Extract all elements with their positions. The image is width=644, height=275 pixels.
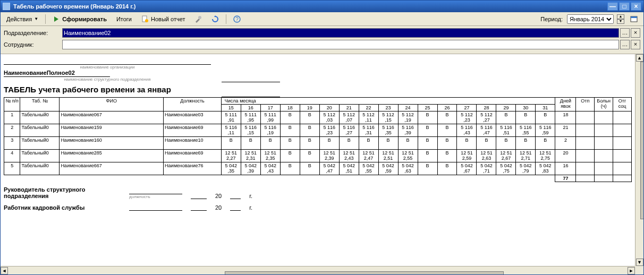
scroll-left-button[interactable]: ◄ (1, 267, 8, 274)
employee-pick-button[interactable]: … (620, 40, 630, 49)
col-sick: Больн (ч) (595, 98, 613, 111)
col-number: № п/п (4, 98, 20, 111)
day-header: 21 (339, 105, 359, 111)
day-header: 20 (319, 105, 339, 111)
filters-panel: Подразделение: … × Сотрудник: … × (1, 26, 643, 54)
org-caption: наименование организации (4, 65, 211, 70)
horizontal-scrollbar[interactable]: ◄ ► (1, 266, 635, 274)
close-button[interactable]: × (631, 2, 641, 11)
dept-caption: наименование структурного подразделения (4, 77, 211, 82)
report-viewport: наименование организации НаименованиеПол… (1, 54, 635, 266)
totals-button[interactable]: Итоги (113, 14, 135, 24)
scroll-up-button[interactable]: ▲ (636, 54, 643, 62)
table-row: 2Табельный0Наименование159Наименование69… (4, 124, 632, 137)
department-label: Подразделение: (4, 30, 62, 36)
day-header: 25 (418, 105, 437, 111)
col-vacation: Отп (576, 98, 595, 111)
col-fio: ФИО (60, 98, 164, 111)
period-calendar-button[interactable] (626, 14, 641, 24)
col-days-attended: Дней явок (555, 98, 576, 111)
day-header: 17 (260, 105, 280, 111)
employee-field[interactable] (62, 40, 619, 49)
wrench-icon (194, 15, 202, 23)
svg-point-1 (145, 19, 148, 22)
table-row: 5Табельный0Наименование667Наименование76… (4, 162, 632, 175)
table-row: 3Табельный0Наименование160Наименование10… (4, 137, 632, 150)
day-header: 19 (300, 105, 319, 111)
timesheet-table: № п/п Таб. № ФИО Должность Числа месяца … (4, 97, 632, 182)
new-report-button[interactable]: Новый отчет (138, 14, 189, 24)
svg-text:?: ? (236, 16, 239, 22)
period-label: Период: (540, 16, 565, 22)
department-pick-button[interactable]: … (620, 28, 630, 38)
signature-pos-caption: должность (129, 194, 182, 199)
col-month-days: Числа месяца (221, 98, 555, 105)
minimize-button[interactable]: — (607, 2, 618, 11)
signature-hr-label: Работник кадровой службы (4, 204, 121, 211)
day-header: 27 (457, 105, 477, 111)
toolbar: Действия ▼ Сформировать Итоги Новый отче… (1, 12, 643, 26)
actions-menu[interactable]: Действия ▼ (3, 14, 42, 24)
config-button[interactable] (191, 14, 206, 24)
period-up[interactable]: ▲ (617, 14, 624, 19)
refresh-button[interactable] (208, 14, 223, 24)
vertical-scrollbar[interactable]: ▲ ▼ (635, 54, 643, 266)
day-header: 15 (221, 105, 241, 111)
day-header: 18 (280, 105, 300, 111)
scroll-right-button[interactable]: ► (628, 267, 635, 274)
table-row: 1Табельный0Наименование067Наименование03… (4, 111, 632, 124)
play-icon (53, 15, 60, 23)
table-row: 4Табельный0Наименование285Наименование69… (4, 150, 632, 162)
new-report-icon (141, 15, 149, 23)
employee-label: Сотрудник: (4, 41, 62, 48)
department-input[interactable] (63, 29, 618, 37)
day-header: 24 (398, 105, 418, 111)
day-header: 22 (359, 105, 378, 111)
period-down[interactable]: ▼ (617, 19, 624, 24)
app-icon (3, 3, 10, 10)
employee-clear-button[interactable]: × (631, 40, 640, 49)
total-days: 77 (555, 175, 576, 182)
col-tab-num: Таб. № (20, 98, 60, 111)
form-button[interactable]: Сформировать (49, 14, 111, 24)
svg-rect-6 (631, 16, 637, 18)
signature-head-label: Руководитель структурного подразделения (4, 186, 121, 199)
day-header: 16 (241, 105, 260, 111)
department-field[interactable] (62, 28, 619, 38)
calendar-icon (630, 15, 638, 23)
day-header: 29 (496, 105, 516, 111)
employee-input[interactable] (63, 40, 618, 49)
day-header: 26 (437, 105, 457, 111)
window-title: Табель рабочего времени (Январь 2014 г.) (13, 3, 606, 10)
svg-point-2 (198, 16, 201, 19)
col-position: Должность (164, 98, 222, 111)
help-icon: ? (233, 15, 241, 23)
period-select[interactable]: Январь 2014 (567, 14, 614, 24)
maximize-button[interactable]: □ (619, 2, 630, 11)
titlebar: Табель рабочего времени (Январь 2014 г.)… (1, 1, 643, 12)
help-button[interactable]: ? (230, 14, 244, 24)
day-header: 31 (536, 105, 555, 111)
department-clear-button[interactable]: × (631, 28, 640, 38)
day-header: 30 (516, 105, 536, 111)
org-full-name: НаименованиеПолное02 (4, 70, 110, 77)
day-header: 28 (477, 105, 496, 111)
scroll-down-button[interactable]: ▼ (636, 259, 643, 266)
report-title: ТАБЕЛЬ учета рабочего времени за январ (4, 85, 211, 94)
refresh-icon (211, 15, 219, 23)
day-header: 23 (378, 105, 398, 111)
col-dayoff: Отг соц (613, 98, 632, 111)
